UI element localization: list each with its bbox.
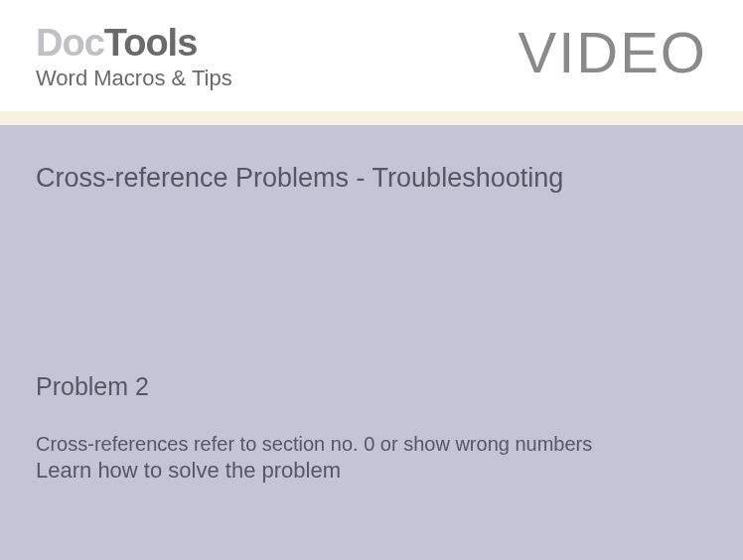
content-area: Cross-reference Problems - Troubleshooti…	[0, 125, 743, 560]
divider	[0, 111, 743, 125]
problem-description: Cross-references refer to section no. 0 …	[36, 431, 707, 458]
video-label: VIDEO	[519, 24, 708, 81]
logo-area: DocTools Word Macros & Tips	[36, 24, 232, 91]
logo-part-tools: Tools	[104, 22, 198, 64]
learn-text: Learn how to solve the problem	[36, 458, 707, 484]
problem-heading: Problem 2	[36, 372, 707, 401]
header: DocTools Word Macros & Tips VIDEO	[0, 0, 743, 111]
main-title: Cross-reference Problems - Troubleshooti…	[36, 163, 707, 194]
logo: DocTools	[36, 24, 232, 62]
logo-part-doc: Doc	[36, 22, 104, 64]
tagline: Word Macros & Tips	[36, 66, 232, 91]
